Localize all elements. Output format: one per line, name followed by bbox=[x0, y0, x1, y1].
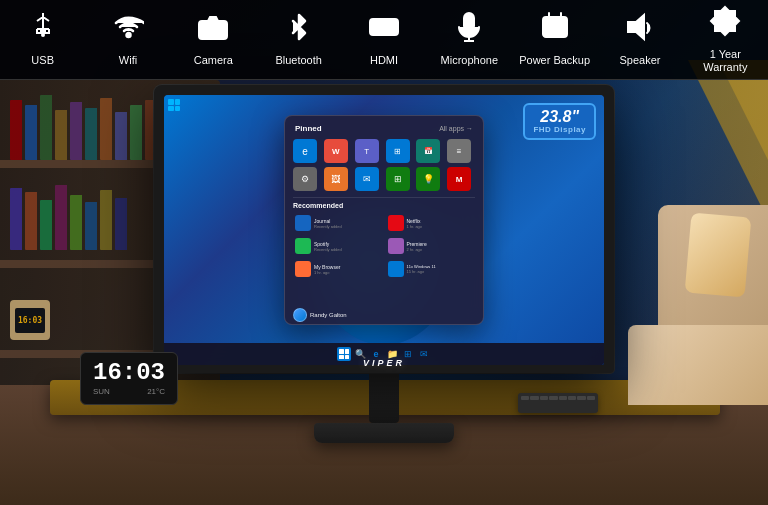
keyboard-decoration bbox=[518, 393, 598, 413]
rec-item-spotify: Spotify Recently added bbox=[293, 236, 383, 256]
clock-day: SUN bbox=[93, 387, 110, 396]
user-name: Randy Galton bbox=[310, 312, 347, 318]
rec-icon-netflix bbox=[388, 215, 404, 231]
bluetooth-icon bbox=[283, 11, 315, 48]
feature-camera-label: Camera bbox=[194, 54, 233, 67]
usb-icon bbox=[27, 11, 59, 48]
rec-item-mybrowser: My Browser 1 hr. ago bbox=[293, 259, 383, 279]
speaker-icon bbox=[624, 11, 656, 48]
app-xbox: ⊞ bbox=[386, 167, 410, 191]
rec-icon-premiere bbox=[388, 238, 404, 254]
feature-wifi-label: Wifi bbox=[119, 54, 137, 67]
feature-usb: USB bbox=[0, 3, 85, 75]
app-edge: e bbox=[293, 139, 317, 163]
rec-time-spotify: Recently added bbox=[314, 247, 342, 252]
app-calc: ≡ bbox=[447, 139, 471, 163]
taskbar-mail: ✉ bbox=[417, 347, 431, 361]
warranty-icon bbox=[709, 5, 741, 42]
feature-hdmi-label: HDMI bbox=[370, 54, 398, 67]
hdmi-icon bbox=[368, 11, 400, 48]
monitor-base bbox=[314, 423, 454, 443]
rec-time-premiere: 2 hr. ago bbox=[407, 247, 427, 252]
recommended-title: Recommended bbox=[293, 202, 475, 209]
rec-icon-spotify bbox=[295, 238, 311, 254]
rec-icon-journal bbox=[295, 215, 311, 231]
feature-speaker-label: Speaker bbox=[619, 54, 660, 67]
rec-item-premiere: Premiere 2 hr. ago bbox=[386, 236, 476, 256]
rec-item-journal: Journal Recently added bbox=[293, 213, 383, 233]
feature-microphone: Microphone bbox=[427, 3, 512, 75]
power-backup-icon bbox=[539, 11, 571, 48]
feature-hdmi: HDMI bbox=[341, 3, 426, 75]
feature-bluetooth-label: Bluetooth bbox=[275, 54, 321, 67]
brand-logo: VIPER bbox=[363, 358, 405, 368]
app-word: W bbox=[324, 139, 348, 163]
monitor-bezel: 23.8" FHD Display Pinned bbox=[164, 95, 604, 365]
svg-marker-9 bbox=[628, 15, 644, 39]
app-calendar: 📅 bbox=[416, 139, 440, 163]
user-avatar bbox=[293, 308, 307, 322]
svg-point-1 bbox=[127, 33, 131, 37]
rec-icon-windows11 bbox=[388, 261, 404, 277]
feature-warranty: 1 Year Warranty bbox=[683, 0, 768, 82]
start-menu: Pinned All apps → e W T ⊞ 📅 ≡ bbox=[284, 115, 484, 325]
feature-bluetooth: Bluetooth bbox=[256, 3, 341, 75]
app-mail: ✉ bbox=[355, 167, 379, 191]
app-tips: 💡 bbox=[416, 167, 440, 191]
camera-icon bbox=[197, 11, 229, 48]
feature-speaker: Speaker bbox=[597, 3, 682, 75]
feature-wifi: Wifi bbox=[85, 3, 170, 75]
user-footer: Randy Galton bbox=[293, 308, 475, 322]
feature-power-backup: Power Backup bbox=[512, 3, 597, 75]
wifi-icon bbox=[112, 11, 144, 48]
app-photos: 🖼 bbox=[324, 167, 348, 191]
app-settings: ⚙ bbox=[293, 167, 317, 191]
display-size-text: 23.8" bbox=[533, 109, 586, 125]
rec-time-netflix: 1 hr. ago bbox=[407, 224, 423, 229]
svg-point-3 bbox=[208, 25, 218, 35]
clock-time-display: 16:03 bbox=[93, 361, 165, 385]
taskbar-windows bbox=[337, 347, 351, 361]
windows-logo-small bbox=[168, 99, 180, 111]
monitor-neck bbox=[369, 373, 399, 423]
feature-warranty-label: 1 Year Warranty bbox=[703, 48, 747, 74]
feature-camera: Camera bbox=[171, 3, 256, 75]
feature-microphone-label: Microphone bbox=[441, 54, 498, 67]
display-type-text: FHD Display bbox=[533, 125, 586, 134]
recommended-section: Recommended Journal Recently added bbox=[293, 197, 475, 279]
rec-item-windows11: 11x Windows 11 15 hr. ago bbox=[386, 259, 476, 279]
svg-point-0 bbox=[41, 33, 45, 37]
monitor-frame: 23.8" FHD Display Pinned bbox=[154, 85, 614, 373]
display-badge: 23.8" FHD Display bbox=[523, 103, 596, 140]
rec-time-windows11: 15 hr. ago bbox=[407, 269, 436, 274]
rec-item-netflix: Netflix 1 hr. ago bbox=[386, 213, 476, 233]
app-store: ⊞ bbox=[386, 139, 410, 163]
desk-clock: 16:03 SUN 21°C bbox=[80, 352, 178, 405]
feature-usb-label: USB bbox=[31, 54, 54, 67]
app-teams: T bbox=[355, 139, 379, 163]
feature-power-backup-label: Power Backup bbox=[519, 54, 590, 67]
feature-bar: USB Wifi Camera Bluetooth HDMI Microphon… bbox=[0, 0, 768, 80]
rec-time-mybrowser: 1 hr. ago bbox=[314, 270, 340, 275]
monitor-container: 23.8" FHD Display Pinned bbox=[154, 85, 614, 443]
start-menu-title: Pinned bbox=[295, 124, 322, 133]
clock-temp: 21°C bbox=[147, 387, 165, 396]
rec-time-journal: Recently added bbox=[314, 224, 342, 229]
start-menu-all-apps: All apps → bbox=[439, 125, 473, 132]
sofa-decoration bbox=[618, 205, 768, 405]
app-mcafee: M bbox=[447, 167, 471, 191]
microphone-icon bbox=[453, 11, 485, 48]
rec-icon-mybrowser bbox=[295, 261, 311, 277]
